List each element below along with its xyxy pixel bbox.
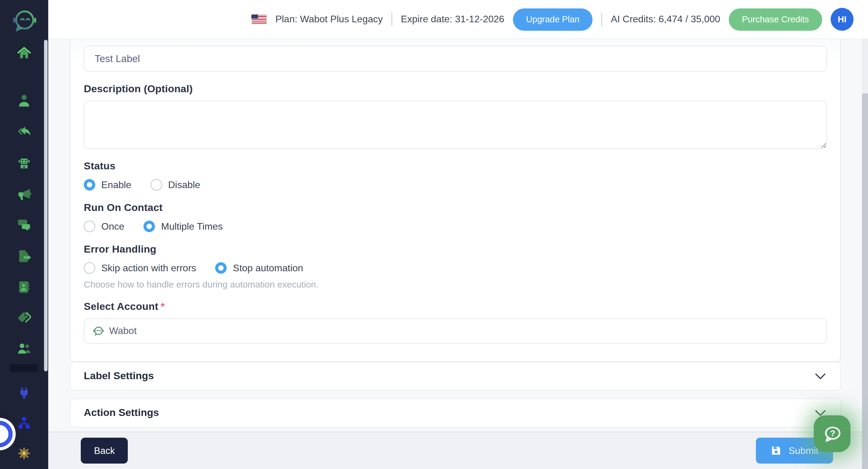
plan-text: Plan: Wabot Plus Legacy	[276, 14, 383, 25]
page-scrollbar-thumb[interactable]	[862, 93, 868, 469]
error-handling-helper: Choose how to handle errors during autom…	[84, 279, 827, 289]
sitemap-icon[interactable]	[16, 415, 32, 431]
radio-circle-icon[interactable]	[84, 179, 95, 190]
megaphone-icon[interactable]	[16, 186, 32, 202]
home-icon[interactable]	[16, 45, 32, 61]
run-on-contact-label: Run On Contact	[84, 202, 827, 214]
run-on-contact-radio-group: Once Multiple Times	[84, 221, 827, 232]
reply-icon[interactable]	[16, 124, 32, 140]
users-icon[interactable]	[16, 341, 32, 356]
radio-once[interactable]: Once	[84, 221, 124, 232]
chat-question-icon: ?	[821, 423, 843, 445]
main-content: Description (Optional) Status Enable Dis…	[48, 39, 868, 469]
chevron-down-icon[interactable]	[815, 373, 826, 379]
radio-circle-icon[interactable]	[84, 221, 95, 232]
sidebar-scrollbar-thumb[interactable]	[44, 40, 48, 371]
sidebar	[0, 0, 48, 469]
account-select-value: Wabot	[109, 325, 136, 336]
ai-credits-text: AI Credits: 6,474 / 35,000	[611, 14, 720, 25]
form-footer-bar: Back Submit	[48, 432, 862, 469]
back-button[interactable]: Back	[81, 438, 128, 464]
wabot-mini-icon	[93, 325, 104, 337]
required-asterisk: *	[161, 301, 164, 312]
radio-circle-icon[interactable]	[144, 221, 155, 232]
top-header: Plan: Wabot Plus Legacy Expire date: 31-…	[48, 0, 868, 39]
account-select[interactable]: Wabot	[84, 318, 827, 344]
purchase-credits-button[interactable]: Purchase Credits	[729, 8, 822, 30]
radio-enable[interactable]: Enable	[84, 179, 131, 190]
chat-bubbles-icon[interactable]	[16, 217, 32, 233]
error-handling-label: Error Handling	[84, 244, 827, 256]
expire-date-text: Expire date: 31-12-2026	[401, 14, 504, 25]
wabot-logo-icon[interactable]	[11, 8, 38, 34]
action-settings-title: Action Settings	[84, 407, 159, 419]
header-divider	[391, 13, 393, 26]
status-radio-group: Enable Disable	[84, 179, 827, 190]
header-divider	[601, 13, 602, 26]
app-root: Plan: Wabot Plus Legacy Expire date: 31-…	[0, 0, 868, 469]
save-icon	[770, 445, 782, 456]
select-account-label: Select Account*	[84, 301, 827, 313]
label-settings-accordion[interactable]: Label Settings	[70, 362, 841, 390]
collapsed-menu-item[interactable]	[10, 364, 38, 372]
label-form-card: Description (Optional) Status Enable Dis…	[70, 39, 841, 362]
upgrade-plan-button[interactable]: Upgrade Plan	[513, 8, 592, 30]
submit-button-label: Submit	[788, 445, 818, 456]
radio-circle-icon[interactable]	[151, 179, 162, 190]
error-handling-radio-group: Skip action with errors Stop automation	[84, 262, 827, 274]
radio-circle-icon[interactable]	[84, 262, 95, 274]
us-flag-icon[interactable]	[251, 14, 267, 24]
robot-icon[interactable]	[16, 156, 32, 171]
radio-circle-icon[interactable]	[216, 262, 227, 274]
file-export-icon[interactable]	[16, 248, 32, 264]
description-label: Description (Optional)	[84, 83, 827, 95]
user-icon[interactable]	[16, 93, 32, 108]
address-book-icon[interactable]	[16, 279, 32, 295]
tags-icon[interactable]	[16, 310, 32, 325]
radio-stop-automation[interactable]: Stop automation	[216, 262, 303, 274]
label-settings-title: Label Settings	[84, 370, 154, 382]
radio-disable[interactable]: Disable	[151, 179, 200, 190]
gear-icon[interactable]	[16, 445, 32, 461]
radio-skip-errors[interactable]: Skip action with errors	[84, 262, 196, 274]
status-label: Status	[84, 160, 827, 173]
plug-icon[interactable]	[16, 385, 32, 401]
help-chat-button[interactable]: ?	[814, 415, 850, 452]
label-name-input[interactable]	[84, 46, 827, 72]
radio-multiple-times[interactable]: Multiple Times	[144, 221, 223, 232]
description-textarea[interactable]	[84, 101, 827, 149]
action-settings-accordion[interactable]: Action Settings	[70, 399, 841, 428]
svg-text:?: ?	[830, 429, 835, 438]
user-avatar[interactable]: HI	[831, 8, 854, 31]
